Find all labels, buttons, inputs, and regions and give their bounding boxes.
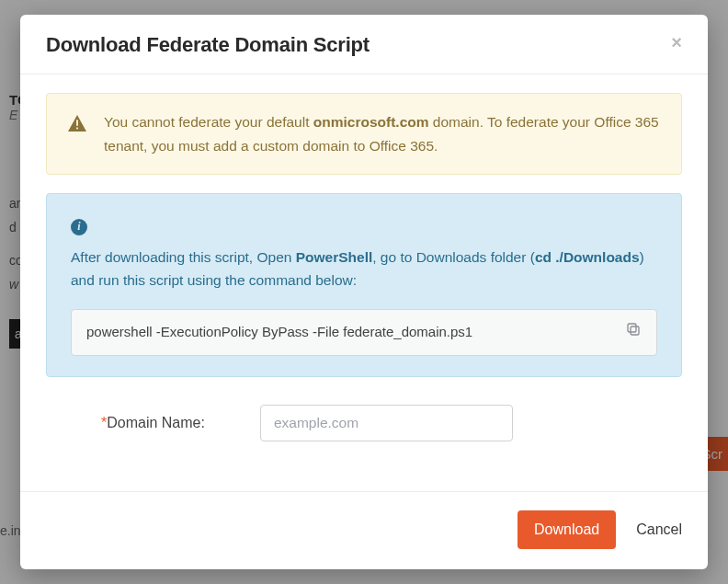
close-icon[interactable]: × <box>671 33 682 52</box>
domain-name-label: *Domain Name: <box>101 415 205 431</box>
svg-rect-1 <box>76 128 78 130</box>
modal-title: Download Federate Domain Script <box>46 33 370 57</box>
domain-name-row: *Domain Name: <box>46 405 682 441</box>
warning-text: You cannot federate your default onmicro… <box>104 110 661 157</box>
info-alert: i After downloading this script, Open Po… <box>46 193 682 376</box>
modal-body: You cannot federate your default onmicro… <box>20 74 708 491</box>
command-text: powershell -ExecutionPolicy ByPass -File… <box>86 321 472 343</box>
warning-icon <box>67 114 87 140</box>
info-icon: i <box>71 219 87 235</box>
download-button[interactable]: Download <box>518 510 616 549</box>
domain-name-input[interactable] <box>260 405 513 441</box>
download-script-modal: Download Federate Domain Script × You ca… <box>20 15 708 569</box>
info-text: After downloading this script, Open Powe… <box>71 246 657 292</box>
svg-rect-0 <box>76 120 78 125</box>
modal-header: Download Federate Domain Script × <box>20 15 708 74</box>
info-icon-row: i <box>71 214 657 237</box>
svg-rect-2 <box>631 326 639 335</box>
modal-footer: Download Cancel <box>20 491 708 569</box>
cancel-button[interactable]: Cancel <box>636 521 682 538</box>
warning-alert: You cannot federate your default onmicro… <box>46 93 682 175</box>
command-box: powershell -ExecutionPolicy ByPass -File… <box>71 309 657 356</box>
svg-rect-3 <box>628 324 636 332</box>
copy-icon[interactable] <box>625 321 642 344</box>
